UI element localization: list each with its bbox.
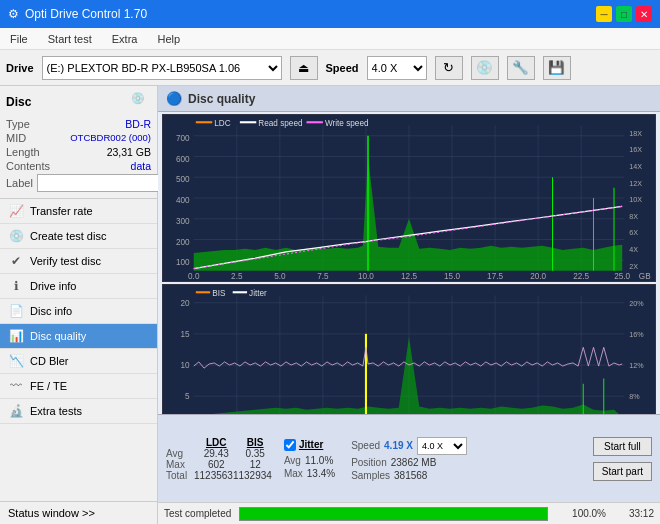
drive-bar: Drive (E:) PLEXTOR BD-R PX-LB950SA 1.06 … [0, 50, 660, 86]
avg-label: Avg [166, 448, 194, 459]
jitter-avg-label: Avg [284, 455, 301, 466]
cd-bler-label: CD Bler [30, 355, 69, 367]
sidebar-item-cd-bler[interactable]: 📉 CD Bler [0, 349, 157, 374]
status-window-button[interactable]: Status window >> [0, 501, 157, 524]
svg-text:17.5: 17.5 [487, 272, 503, 281]
disc-length-row: Length 23,31 GB [6, 146, 151, 158]
disc-info-label: Disc info [30, 305, 72, 317]
svg-text:22.5: 22.5 [573, 272, 589, 281]
jitter-label: Jitter [299, 439, 323, 450]
svg-text:GB: GB [639, 272, 651, 281]
svg-text:8X: 8X [629, 212, 638, 221]
sidebar-item-disc-info[interactable]: 📄 Disc info [0, 299, 157, 324]
menu-start-test[interactable]: Start test [44, 31, 96, 47]
bis-max: 12 [239, 459, 272, 470]
jitter-max-label: Max [284, 468, 303, 479]
svg-text:15.0: 15.0 [444, 272, 460, 281]
svg-rect-54 [307, 121, 323, 123]
sidebar-item-transfer-rate[interactable]: 📈 Transfer rate [0, 199, 157, 224]
verify-test-disc-icon: ✔ [8, 254, 24, 268]
sidebar-item-create-test-disc[interactable]: 💿 Create test disc [0, 224, 157, 249]
ldc-header: LDC [194, 437, 239, 448]
ldc-avg: 29.43 [194, 448, 239, 459]
eject-button[interactable]: ⏏ [290, 56, 318, 80]
app-icon: ⚙ [8, 7, 19, 21]
extra-tests-icon: 🔬 [8, 404, 24, 418]
speed-select-stats[interactable]: 4.0 X [417, 437, 467, 455]
disc-contents-value: data [131, 160, 151, 172]
menu-file[interactable]: File [6, 31, 32, 47]
svg-text:8%: 8% [629, 392, 640, 401]
sidebar-item-extra-tests[interactable]: 🔬 Extra tests [0, 399, 157, 424]
refresh-button[interactable]: ↻ [435, 56, 463, 80]
avg-row: Avg 29.43 0.35 [166, 448, 272, 459]
drive-label: Drive [6, 62, 34, 74]
ldc-max: 602 [194, 459, 239, 470]
disc-type-value: BD-R [125, 118, 151, 130]
start-part-button[interactable]: Start part [593, 462, 652, 481]
verify-test-disc-label: Verify test disc [30, 255, 101, 267]
disc-length-label: Length [6, 146, 40, 158]
svg-rect-96 [196, 291, 210, 293]
svg-text:2.5: 2.5 [231, 272, 243, 281]
sidebar-item-verify-test-disc[interactable]: ✔ Verify test disc [0, 249, 157, 274]
disc-button[interactable]: 💿 [471, 56, 499, 80]
minimize-button[interactable]: ─ [596, 6, 612, 22]
status-text: Test completed [164, 508, 231, 519]
svg-text:700: 700 [176, 134, 190, 143]
speed-value: 4.19 X [384, 440, 413, 451]
disc-title: Disc [6, 95, 31, 109]
disc-header: Disc 💿 [6, 92, 151, 112]
disc-contents-label: Contents [6, 160, 50, 172]
svg-text:6X: 6X [629, 228, 638, 237]
jitter-avg-row: Avg 11.0% [284, 455, 335, 466]
svg-text:10X: 10X [629, 195, 642, 204]
disc-icon[interactable]: 💿 [131, 92, 151, 112]
start-full-button[interactable]: Start full [593, 437, 652, 456]
create-test-disc-label: Create test disc [30, 230, 106, 242]
svg-text:5.0: 5.0 [274, 272, 286, 281]
jitter-avg-value: 11.0% [305, 455, 333, 466]
svg-text:0.0: 0.0 [188, 272, 200, 281]
close-button[interactable]: ✕ [636, 6, 652, 22]
svg-text:Read speed: Read speed [258, 119, 303, 128]
svg-text:10.0: 10.0 [358, 272, 374, 281]
maximize-button[interactable]: □ [616, 6, 632, 22]
speed-select[interactable]: 4.0 X [367, 56, 427, 80]
disc-info-panel: Disc 💿 Type BD-R MID OTCBDR002 (000) Len… [0, 86, 157, 199]
disc-mid-row: MID OTCBDR002 (000) [6, 132, 151, 144]
title-bar: ⚙ Opti Drive Control 1.70 ─ □ ✕ [0, 0, 660, 28]
position-row: Position 23862 MB [351, 457, 467, 468]
save-button[interactable]: 💾 [543, 56, 571, 80]
sidebar-item-fe-te[interactable]: 〰 FE / TE [0, 374, 157, 399]
main-layout: Disc 💿 Type BD-R MID OTCBDR002 (000) Len… [0, 86, 660, 524]
content-area: 🔵 Disc quality [158, 86, 660, 524]
menu-help[interactable]: Help [153, 31, 184, 47]
disc-type-row: Type BD-R [6, 118, 151, 130]
settings-button[interactable]: 🔧 [507, 56, 535, 80]
sidebar-item-disc-quality[interactable]: 📊 Disc quality [0, 324, 157, 349]
svg-text:300: 300 [176, 217, 190, 226]
extra-tests-label: Extra tests [30, 405, 82, 417]
sidebar: Disc 💿 Type BD-R MID OTCBDR002 (000) Len… [0, 86, 158, 524]
total-row: Total 11235631 132934 [166, 470, 272, 481]
stats-bar: LDC BIS Avg 29.43 0.35 Max 602 12 [158, 414, 660, 502]
svg-text:LDC: LDC [214, 119, 230, 128]
progress-bar [239, 507, 548, 521]
disc-quality-label: Disc quality [30, 330, 86, 342]
svg-text:16X: 16X [629, 145, 642, 154]
jitter-checkbox[interactable] [284, 439, 296, 451]
stats-table: LDC BIS Avg 29.43 0.35 Max 602 12 [166, 437, 272, 481]
disc-mid-value: OTCBDR002 (000) [70, 132, 151, 144]
drive-select[interactable]: (E:) PLEXTOR BD-R PX-LB950SA 1.06 [42, 56, 282, 80]
svg-text:12.5: 12.5 [401, 272, 417, 281]
speed-label: Speed [351, 440, 380, 451]
sidebar-item-drive-info[interactable]: ℹ Drive info [0, 274, 157, 299]
svg-text:Write speed: Write speed [325, 119, 369, 128]
max-label: Max [166, 459, 194, 470]
menu-extra[interactable]: Extra [108, 31, 142, 47]
disc-contents-row: Contents data [6, 160, 151, 172]
svg-text:BIS: BIS [212, 289, 226, 298]
disc-label-input[interactable] [37, 174, 166, 192]
status-window-label: Status window >> [8, 507, 95, 519]
